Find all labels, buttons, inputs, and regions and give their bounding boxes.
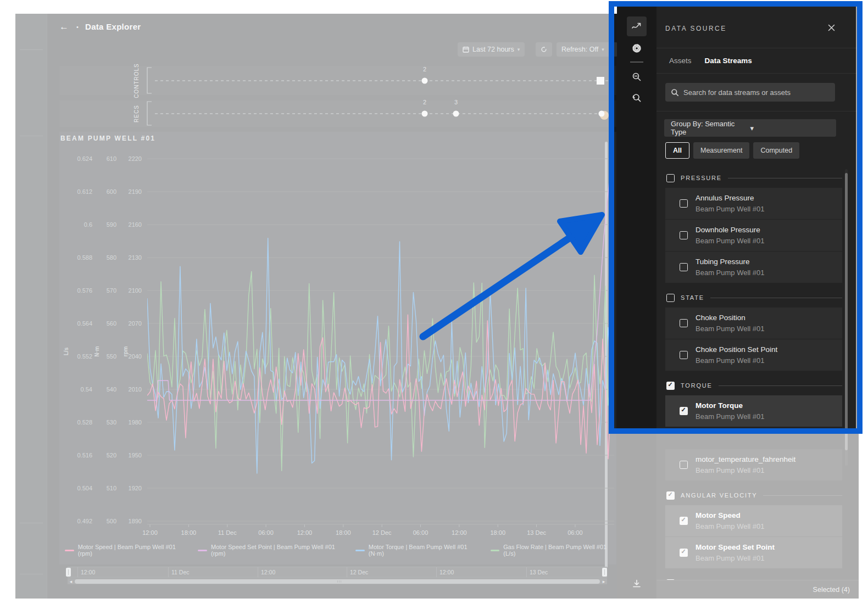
checkbox[interactable] (680, 517, 688, 525)
stream-item[interactable]: Downhole PressureBeam Pump Well #01 (665, 220, 842, 251)
group-divider (728, 178, 842, 178)
panel-tabs: Assets Data Streams (656, 48, 859, 74)
panel-tool-settings[interactable] (627, 38, 647, 58)
panel-tool-zoom-out[interactable] (627, 67, 647, 87)
checkbox[interactable] (666, 294, 675, 302)
checkbox[interactable] (666, 491, 675, 500)
svg-text:1950: 1950 (129, 452, 142, 459)
svg-text:12 Dec: 12 Dec (372, 529, 392, 536)
stream-asset: Beam Pump Well #01 (695, 204, 765, 214)
chevron-down-icon: ▾ (750, 124, 830, 132)
stream-title: Downhole Pressure (695, 225, 765, 236)
checkbox[interactable] (680, 231, 688, 239)
group-divider (719, 385, 842, 386)
group-header: PRESSURE (666, 172, 842, 183)
svg-text:0.612: 0.612 (77, 188, 92, 195)
gear-icon (631, 43, 642, 54)
stream-item[interactable]: Motor SpeedBeam Pump Well #01 (665, 505, 842, 537)
svg-text:610: 610 (107, 155, 116, 162)
group-divider (763, 495, 842, 496)
checkbox[interactable] (666, 382, 675, 390)
stream-title: Motor Torque (695, 400, 765, 411)
stream-item[interactable]: motor_temperature_fahrenheitBeam Pump We… (665, 449, 842, 481)
tab-assets[interactable]: Assets (669, 57, 692, 65)
svg-text:2: 2 (423, 99, 426, 105)
filter-chip-measurement[interactable]: Measurement (693, 142, 749, 159)
svg-text:550: 550 (107, 353, 116, 360)
panel-tool-zoom-reset[interactable] (627, 88, 647, 108)
group-divider (710, 298, 842, 298)
group-name: PRESSURE (681, 175, 722, 181)
checkbox[interactable] (680, 319, 688, 327)
occluded-group-header (665, 427, 842, 449)
svg-text:18:00: 18:00 (181, 529, 197, 536)
checkbox[interactable] (680, 199, 688, 208)
stream-asset: Beam Pump Well #01 (695, 323, 765, 334)
svg-text:0.504: 0.504 (77, 485, 92, 491)
svg-text:12:00: 12:00 (297, 529, 313, 536)
stream-item[interactable]: Choke Position Set PointBeam Pump Well #… (665, 339, 842, 371)
svg-text:06:00: 06:00 (258, 529, 274, 536)
svg-text:3: 3 (454, 99, 458, 105)
stream-item[interactable]: Choke PositionBeam Pump Well #01 (665, 308, 842, 339)
type-filter-chips: AllMeasurementComputed (665, 142, 799, 159)
data-source-panel: DATA SOURCE Assets Data Streams Group By… (656, 7, 859, 599)
svg-text:1920: 1920 (129, 485, 142, 491)
stream-item[interactable]: Tubing PressureBeam Pump Well #01 (665, 251, 842, 283)
checkbox[interactable] (680, 351, 688, 359)
stream-item[interactable]: Motor TorqueBeam Pump Well #01 (665, 395, 842, 427)
group-header: STATE (666, 292, 842, 303)
search-box[interactable] (665, 83, 835, 102)
close-button[interactable] (826, 22, 837, 33)
screenshot-stage: K (0, 0, 868, 615)
checkbox[interactable] (666, 174, 675, 182)
svg-text:2040: 2040 (129, 353, 142, 360)
panel-icon-strip (617, 7, 656, 599)
stream-asset: Beam Pump Well #01 (695, 411, 765, 422)
svg-text:11 Dec: 11 Dec (218, 529, 237, 536)
checkbox[interactable] (680, 263, 688, 271)
checkbox[interactable] (680, 407, 688, 415)
search-input[interactable] (683, 88, 830, 97)
group-name: TORQUE (681, 382, 713, 389)
svg-text:2100: 2100 (129, 287, 142, 294)
selected-count: Selected (4) (813, 586, 850, 594)
svg-text:2160: 2160 (129, 221, 142, 228)
svg-text:2010: 2010 (129, 386, 142, 393)
panel-tool-trend[interactable] (627, 16, 647, 36)
checkbox[interactable] (680, 549, 688, 557)
svg-text:2130: 2130 (129, 254, 142, 261)
list-scrollbar-thumb[interactable] (845, 173, 848, 450)
group-name: STATE (681, 294, 704, 301)
svg-text:540: 540 (107, 386, 116, 393)
stream-title: Motor Speed Set Point (695, 542, 775, 553)
svg-text:06:00: 06:00 (413, 529, 429, 536)
tab-data-streams[interactable]: Data Streams (705, 57, 752, 65)
svg-text:0.54: 0.54 (81, 386, 92, 393)
svg-text:0.6: 0.6 (84, 221, 92, 228)
group-by-select[interactable]: Group By: Semantic Type ▾ (664, 119, 836, 137)
filter-chip-all[interactable]: All (665, 142, 689, 159)
close-icon (828, 24, 835, 31)
strip-divider (630, 62, 643, 63)
panel-header: DATA SOURCE (656, 7, 859, 48)
group-by-label: Group By: Semantic Type (671, 120, 750, 136)
svg-text:2: 2 (423, 66, 426, 72)
svg-text:12:00: 12:00 (452, 529, 467, 536)
svg-text:2190: 2190 (129, 188, 142, 195)
stream-item[interactable]: Annulus PressureBeam Pump Well #01 (665, 188, 842, 220)
svg-text:RECS: RECS (133, 105, 140, 122)
svg-text:0.528: 0.528 (77, 419, 92, 426)
zoom-history-icon (632, 93, 642, 103)
stream-asset: Beam Pump Well #01 (695, 521, 765, 532)
svg-text:rpm: rpm (123, 346, 129, 356)
panel-download-button[interactable] (627, 574, 647, 594)
filter-chip-computed[interactable]: Computed (753, 142, 799, 159)
svg-text:0.564: 0.564 (77, 320, 92, 327)
stream-item[interactable]: Motor Speed Set PointBeam Pump Well #01 (665, 537, 842, 569)
checkbox[interactable] (680, 461, 688, 469)
stream-asset: Beam Pump Well #01 (695, 236, 765, 246)
svg-text:510: 510 (107, 485, 116, 491)
svg-text:570: 570 (107, 287, 116, 294)
svg-text:600: 600 (107, 188, 116, 195)
